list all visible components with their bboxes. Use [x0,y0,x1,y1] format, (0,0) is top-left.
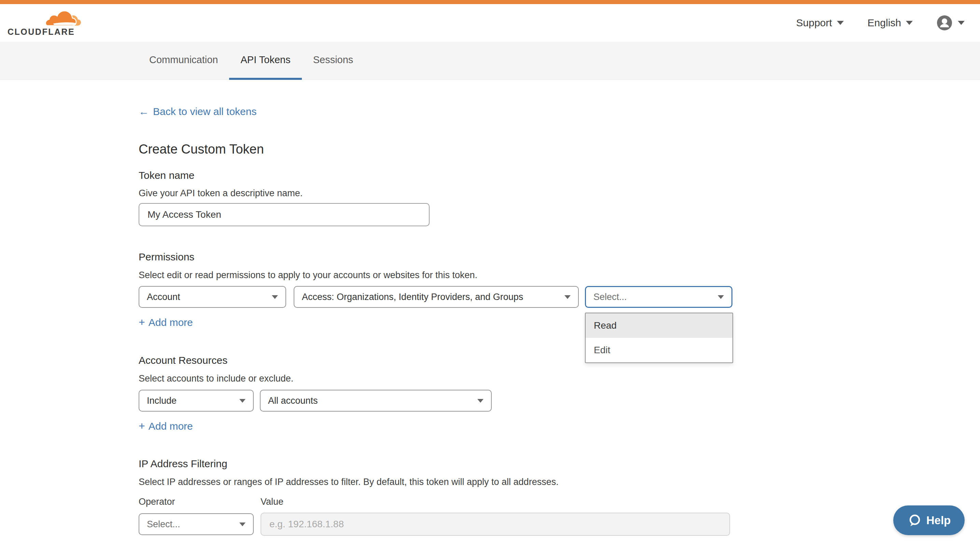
permission-group-select[interactable]: Access: Organizations, Identity Provider… [294,286,579,308]
permissions-description: Select edit or read permissions to apply… [138,270,477,281]
help-button-label: Help [926,514,951,527]
ip-filtering-description: Select IP addresses or ranges of IP addr… [138,477,558,487]
permission-scope-value: Account [147,292,180,302]
back-arrow-icon: ← [138,106,149,117]
tab-list: Communication API Tokens Sessions [138,42,364,80]
chevron-down-icon [477,399,484,403]
permission-group-value: Access: Organizations, Identity Provider… [302,292,523,302]
account-resources-accounts-select[interactable]: All accounts [260,390,492,412]
add-more-label: Add more [148,420,193,432]
support-menu-label: Support [796,17,832,29]
chevron-down-icon [565,295,571,299]
token-name-input[interactable] [138,203,430,226]
chevron-down-icon [958,21,965,25]
add-more-label: Add more [148,317,193,328]
ip-filtering-heading: IP Address Filtering [138,458,228,469]
account-resources-description: Select accounts to include or exclude. [138,373,293,384]
support-menu[interactable]: Support [796,17,844,29]
main-content: ← Back to view all tokens Create Custom … [0,80,980,544]
permission-scope-select[interactable]: Account [138,286,286,308]
chevron-down-icon [906,21,913,25]
account-resources-heading: Account Resources [138,355,228,366]
tab-communication[interactable]: Communication [138,42,229,80]
page-title: Create Custom Token [138,142,264,157]
ip-operator-placeholder: Select... [147,519,180,530]
tab-api-tokens[interactable]: API Tokens [229,42,302,80]
chevron-down-icon [718,295,724,299]
back-to-tokens-link[interactable]: ← Back to view all tokens [138,106,256,117]
chevron-down-icon [239,522,245,526]
tab-sessions[interactable]: Sessions [302,42,365,80]
chevron-down-icon [837,21,844,25]
cloudflare-logo[interactable]: CLOUDFLARE [8,6,80,40]
cloudflare-cloud-icon [44,8,81,26]
chevron-down-icon [272,295,278,299]
chat-bubble-icon [907,513,922,528]
profile-navbar: Communication API Tokens Sessions [0,42,980,80]
account-menu[interactable] [937,15,965,31]
dropdown-option-read[interactable]: Read [585,313,732,338]
plus-icon: + [138,316,145,329]
permissions-heading: Permissions [138,251,194,263]
create-custom-token-page: CLOUDFLARE Support English C [0,0,980,544]
help-button[interactable]: Help [893,506,965,535]
account-resources-mode-select[interactable]: Include [138,390,254,412]
language-menu[interactable]: English [868,17,913,29]
token-name-description: Give your API token a descriptive name. [138,188,302,198]
user-avatar-icon [937,15,952,31]
account-resources-accounts-value: All accounts [268,395,318,406]
plus-icon: + [138,420,145,432]
ip-value-input[interactable] [261,512,730,536]
account-resources-add-more-link[interactable]: + Add more [138,420,193,432]
permissions-add-more-link[interactable]: + Add more [138,316,193,329]
permission-level-select[interactable]: Select... [585,286,732,308]
ip-operator-select[interactable]: Select... [138,513,254,535]
dropdown-option-edit[interactable]: Edit [585,338,732,362]
permission-level-dropdown: Read Edit [585,312,733,363]
token-name-heading: Token name [138,170,194,181]
permission-level-placeholder: Select... [593,292,627,302]
header: CLOUDFLARE Support English [0,4,980,42]
value-label: Value [261,496,283,507]
top-accent-bar [0,0,980,4]
cloudflare-wordmark: CLOUDFLARE [8,27,75,37]
back-link-label: Back to view all tokens [153,106,256,117]
operator-label: Operator [138,496,175,507]
chevron-down-icon [239,399,245,403]
header-right-menu: Support English [796,4,965,42]
language-menu-label: English [868,17,901,29]
account-resources-mode-value: Include [147,395,177,406]
